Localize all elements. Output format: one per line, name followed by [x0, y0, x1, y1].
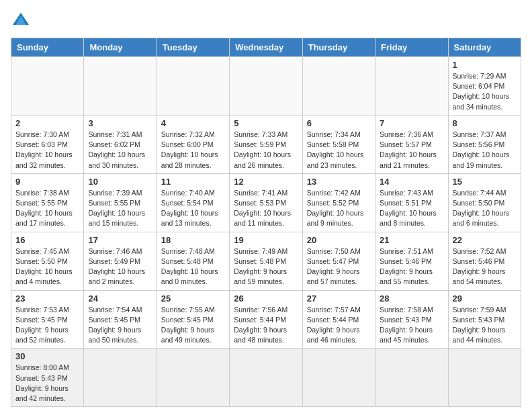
day-number: 17 — [88, 235, 152, 245]
day-number: 1 — [453, 60, 517, 70]
day-info: Sunrise: 7:45 AM Sunset: 5:50 PM Dayligh… — [15, 246, 79, 287]
calendar-week-row: 1Sunrise: 7:29 AM Sunset: 6:04 PM Daylig… — [11, 57, 521, 116]
calendar-cell: 2Sunrise: 7:30 AM Sunset: 6:03 PM Daylig… — [11, 115, 84, 173]
calendar-cell: 23Sunrise: 7:53 AM Sunset: 5:45 PM Dayli… — [11, 290, 84, 349]
day-info: Sunrise: 7:51 AM Sunset: 5:46 PM Dayligh… — [380, 246, 443, 287]
day-info: Sunrise: 7:48 AM Sunset: 5:48 PM Dayligh… — [161, 246, 225, 287]
day-number: 30 — [15, 351, 79, 361]
day-number: 9 — [15, 177, 79, 187]
day-info: Sunrise: 7:33 AM Sunset: 5:59 PM Dayligh… — [234, 130, 298, 171]
calendar-cell — [157, 349, 229, 407]
calendar-cell: 14Sunrise: 7:43 AM Sunset: 5:51 PM Dayli… — [375, 173, 448, 232]
header — [11, 11, 521, 31]
day-number: 29 — [453, 293, 517, 304]
day-info: Sunrise: 7:29 AM Sunset: 6:04 PM Dayligh… — [453, 71, 517, 112]
day-number: 15 — [453, 177, 517, 187]
calendar-cell — [375, 349, 448, 407]
calendar-cell: 10Sunrise: 7:39 AM Sunset: 5:55 PM Dayli… — [84, 173, 157, 232]
calendar-cell: 19Sunrise: 7:49 AM Sunset: 5:48 PM Dayli… — [230, 232, 302, 290]
day-info: Sunrise: 7:44 AM Sunset: 5:50 PM Dayligh… — [453, 188, 517, 229]
header-tuesday: Tuesday — [157, 38, 229, 57]
day-number: 18 — [161, 235, 225, 245]
calendar-cell: 17Sunrise: 7:46 AM Sunset: 5:49 PM Dayli… — [84, 232, 157, 290]
header-thursday: Thursday — [302, 38, 375, 57]
calendar-week-row: 2Sunrise: 7:30 AM Sunset: 6:03 PM Daylig… — [11, 115, 521, 173]
day-info: Sunrise: 7:50 AM Sunset: 5:47 PM Dayligh… — [307, 246, 371, 287]
calendar-cell: 30Sunrise: 8:00 AM Sunset: 5:43 PM Dayli… — [11, 349, 84, 407]
day-info: Sunrise: 7:36 AM Sunset: 5:57 PM Dayligh… — [380, 130, 443, 171]
header-wednesday: Wednesday — [230, 38, 302, 57]
day-info: Sunrise: 7:57 AM Sunset: 5:44 PM Dayligh… — [307, 305, 371, 346]
day-number: 14 — [380, 177, 443, 187]
day-number: 19 — [234, 235, 298, 245]
day-info: Sunrise: 7:43 AM Sunset: 5:51 PM Dayligh… — [380, 188, 443, 229]
day-info: Sunrise: 7:53 AM Sunset: 5:45 PM Dayligh… — [15, 305, 79, 346]
calendar-cell: 7Sunrise: 7:36 AM Sunset: 5:57 PM Daylig… — [375, 115, 448, 173]
calendar-cell: 28Sunrise: 7:58 AM Sunset: 5:43 PM Dayli… — [375, 290, 448, 349]
calendar-cell: 22Sunrise: 7:52 AM Sunset: 5:46 PM Dayli… — [448, 232, 521, 290]
day-number: 25 — [161, 293, 225, 304]
day-number: 8 — [453, 118, 517, 128]
calendar-cell: 27Sunrise: 7:57 AM Sunset: 5:44 PM Dayli… — [302, 290, 375, 349]
calendar-table: SundayMondayTuesdayWednesdayThursdayFrid… — [11, 38, 521, 407]
calendar-cell: 29Sunrise: 7:59 AM Sunset: 5:43 PM Dayli… — [448, 290, 521, 349]
day-info: Sunrise: 7:56 AM Sunset: 5:44 PM Dayligh… — [234, 305, 298, 346]
day-info: Sunrise: 7:32 AM Sunset: 6:00 PM Dayligh… — [161, 130, 225, 171]
day-info: Sunrise: 7:37 AM Sunset: 5:56 PM Dayligh… — [453, 130, 517, 171]
day-info: Sunrise: 7:58 AM Sunset: 5:43 PM Dayligh… — [380, 305, 443, 346]
header-saturday: Saturday — [448, 38, 521, 57]
logo — [11, 11, 34, 31]
calendar-cell — [302, 57, 375, 116]
day-number: 5 — [234, 118, 298, 128]
calendar-cell: 16Sunrise: 7:45 AM Sunset: 5:50 PM Dayli… — [11, 232, 84, 290]
day-number: 23 — [15, 293, 79, 304]
day-info: Sunrise: 7:54 AM Sunset: 5:45 PM Dayligh… — [88, 305, 152, 346]
day-info: Sunrise: 7:40 AM Sunset: 5:54 PM Dayligh… — [161, 188, 225, 229]
calendar-cell: 1Sunrise: 7:29 AM Sunset: 6:04 PM Daylig… — [448, 57, 521, 116]
day-info: Sunrise: 7:31 AM Sunset: 6:02 PM Dayligh… — [88, 130, 152, 171]
calendar-cell — [302, 349, 375, 407]
day-number: 7 — [380, 118, 443, 128]
logo-icon — [11, 11, 31, 31]
calendar-cell: 25Sunrise: 7:55 AM Sunset: 5:45 PM Dayli… — [157, 290, 229, 349]
day-number: 27 — [307, 293, 371, 304]
day-number: 12 — [234, 177, 298, 187]
day-info: Sunrise: 7:59 AM Sunset: 5:43 PM Dayligh… — [453, 305, 517, 346]
day-number: 21 — [380, 235, 443, 245]
day-info: Sunrise: 7:52 AM Sunset: 5:46 PM Dayligh… — [453, 246, 517, 287]
calendar-cell: 12Sunrise: 7:41 AM Sunset: 5:53 PM Dayli… — [230, 173, 302, 232]
day-number: 11 — [161, 177, 225, 187]
day-info: Sunrise: 7:41 AM Sunset: 5:53 PM Dayligh… — [234, 188, 298, 229]
day-number: 6 — [307, 118, 371, 128]
day-number: 22 — [453, 235, 517, 245]
day-number: 20 — [307, 235, 371, 245]
day-info: Sunrise: 8:00 AM Sunset: 5:43 PM Dayligh… — [15, 363, 79, 404]
calendar-cell: 26Sunrise: 7:56 AM Sunset: 5:44 PM Dayli… — [230, 290, 302, 349]
calendar-cell: 20Sunrise: 7:50 AM Sunset: 5:47 PM Dayli… — [302, 232, 375, 290]
calendar-week-row: 9Sunrise: 7:38 AM Sunset: 5:55 PM Daylig… — [11, 173, 521, 232]
calendar-cell — [157, 57, 229, 116]
calendar-cell: 5Sunrise: 7:33 AM Sunset: 5:59 PM Daylig… — [230, 115, 302, 173]
day-number: 16 — [15, 235, 79, 245]
day-number: 2 — [15, 118, 79, 128]
calendar-cell — [230, 349, 302, 407]
calendar-cell: 6Sunrise: 7:34 AM Sunset: 5:58 PM Daylig… — [302, 115, 375, 173]
day-number: 24 — [88, 293, 152, 304]
header-sunday: Sunday — [11, 38, 84, 57]
day-number: 3 — [88, 118, 152, 128]
calendar-cell: 4Sunrise: 7:32 AM Sunset: 6:00 PM Daylig… — [157, 115, 229, 173]
day-number: 10 — [88, 177, 152, 187]
calendar-cell — [375, 57, 448, 116]
calendar-cell: 15Sunrise: 7:44 AM Sunset: 5:50 PM Dayli… — [448, 173, 521, 232]
calendar-cell — [448, 349, 521, 407]
calendar-cell: 13Sunrise: 7:42 AM Sunset: 5:52 PM Dayli… — [302, 173, 375, 232]
header-friday: Friday — [375, 38, 448, 57]
calendar-cell: 18Sunrise: 7:48 AM Sunset: 5:48 PM Dayli… — [157, 232, 229, 290]
day-number: 26 — [234, 293, 298, 304]
calendar-cell — [84, 349, 157, 407]
calendar-cell: 3Sunrise: 7:31 AM Sunset: 6:02 PM Daylig… — [84, 115, 157, 173]
day-info: Sunrise: 7:34 AM Sunset: 5:58 PM Dayligh… — [307, 130, 371, 171]
calendar-cell: 8Sunrise: 7:37 AM Sunset: 5:56 PM Daylig… — [448, 115, 521, 173]
day-info: Sunrise: 7:49 AM Sunset: 5:48 PM Dayligh… — [234, 246, 298, 287]
calendar-cell: 11Sunrise: 7:40 AM Sunset: 5:54 PM Dayli… — [157, 173, 229, 232]
